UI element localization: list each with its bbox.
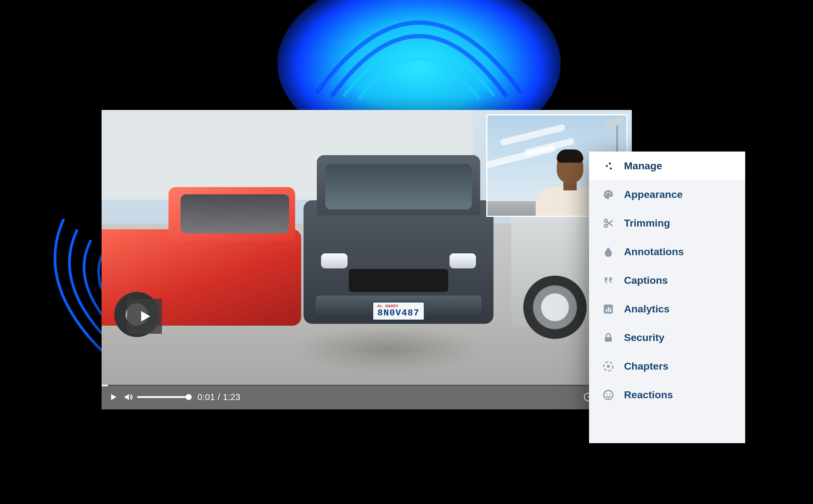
menu-label: Analytics: [624, 303, 670, 315]
svg-rect-13: [606, 309, 607, 312]
current-time: 0:01: [197, 392, 215, 402]
menu-item-trimming[interactable]: Trimming: [589, 209, 745, 237]
svg-rect-15: [610, 308, 611, 312]
progress-bar[interactable]: [102, 385, 632, 386]
svg-point-21: [609, 393, 611, 394]
menu-item-analytics[interactable]: Analytics: [589, 295, 745, 323]
svg-point-5: [610, 167, 612, 170]
menu-item-captions[interactable]: Captions: [589, 266, 745, 295]
menu-item-annotations[interactable]: Annotations: [589, 237, 745, 266]
mute-button[interactable]: [123, 392, 133, 402]
video-player: AL HARDY 8N0V487: [102, 110, 632, 409]
video-frame[interactable]: AL HARDY 8N0V487: [102, 110, 632, 409]
menu-item-reactions[interactable]: Reactions: [589, 380, 745, 409]
sliders-icon: [602, 160, 614, 172]
settings-panel: Manage Appearance Trimming Annotations C…: [589, 152, 745, 443]
bar-chart-icon: [602, 303, 614, 315]
video-controls: 0:01 / 1:23: [102, 385, 632, 409]
play-icon: [136, 308, 152, 324]
license-plate: AL HARDY 8N0V487: [372, 302, 425, 321]
menu-label: Chapters: [624, 360, 668, 372]
play-button[interactable]: [109, 393, 118, 402]
svg-point-3: [609, 162, 611, 164]
droplet-icon: [602, 246, 614, 258]
svg-point-9: [610, 193, 611, 195]
scissors-icon: [602, 217, 614, 229]
palette-icon: [602, 189, 614, 201]
menu-label: Trimming: [624, 217, 670, 229]
menu-label: Captions: [624, 274, 668, 286]
volume-slider[interactable]: [137, 396, 189, 398]
menu-item-security[interactable]: Security: [589, 323, 745, 352]
plate-number: 8N0V487: [377, 308, 420, 318]
svg-point-19: [604, 390, 613, 399]
svg-rect-16: [605, 337, 612, 342]
svg-point-8: [609, 192, 610, 193]
menu-item-manage[interactable]: Manage: [589, 152, 745, 180]
menu-item-appearance[interactable]: Appearance: [589, 180, 745, 209]
svg-point-18: [607, 365, 610, 368]
menu-label: Annotations: [624, 246, 684, 258]
chapters-icon: [602, 360, 614, 372]
svg-point-4: [606, 165, 608, 167]
volume-icon: [123, 392, 133, 402]
scene-car-suv: AL HARDY 8N0V487: [303, 200, 494, 324]
duration: 1:23: [223, 392, 240, 402]
menu-item-chapters[interactable]: Chapters: [589, 352, 745, 380]
play-icon: [109, 393, 118, 402]
volume-control: [123, 392, 189, 402]
progress-fill: [102, 385, 108, 386]
menu-label: Manage: [624, 160, 662, 172]
quote-icon: [602, 274, 614, 286]
big-play-button[interactable]: [127, 299, 162, 334]
svg-rect-14: [608, 307, 609, 312]
svg-point-6: [605, 193, 607, 195]
menu-label: Reactions: [624, 389, 673, 401]
lock-icon: [602, 332, 614, 344]
scene-shadow: [294, 327, 482, 372]
svg-point-20: [606, 393, 607, 394]
svg-point-7: [607, 192, 608, 193]
menu-label: Appearance: [624, 189, 683, 200]
time-display: 0:01 / 1:23: [197, 392, 240, 402]
menu-label: Security: [624, 332, 664, 343]
smile-icon: [602, 389, 614, 401]
